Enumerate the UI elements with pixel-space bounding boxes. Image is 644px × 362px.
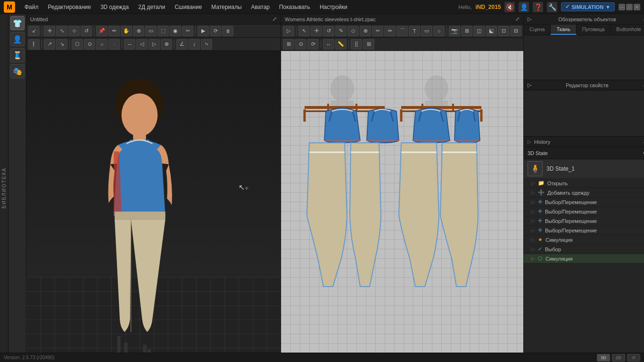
menu-settings[interactable]: Настройки bbox=[316, 3, 351, 11]
view3d-viewport[interactable]: ↖✛ bbox=[26, 51, 281, 362]
sidebar-skin-icon[interactable]: 🎭 bbox=[10, 64, 25, 78]
tb-pin[interactable]: 📌 bbox=[96, 26, 107, 36]
tb2d-extra3[interactable]: ⬕ bbox=[486, 26, 497, 36]
view-2d-btn[interactable]: 2D bbox=[612, 354, 625, 362]
tb2d-ruler[interactable]: 📏 bbox=[335, 39, 347, 49]
tool-icon[interactable]: 🔧 bbox=[547, 2, 557, 12]
tb-shape1[interactable]: ▭ bbox=[145, 26, 157, 36]
sound-icon[interactable]: 🔇 bbox=[504, 2, 515, 12]
tab-scene[interactable]: Сцена bbox=[524, 25, 551, 35]
tb2d-rect[interactable]: ▭ bbox=[421, 26, 432, 36]
history-item-0[interactable]: ▷ 📁 Открыть bbox=[524, 179, 644, 188]
history-item-6[interactable]: ▷ ★ Симуляция bbox=[524, 235, 644, 245]
tb-cut[interactable]: ✂ bbox=[182, 26, 193, 36]
tb2d-knife[interactable]: ✂ bbox=[372, 26, 383, 36]
tb-add[interactable]: ⊕ bbox=[133, 26, 144, 36]
tb2d-grid[interactable]: ⊞ bbox=[283, 39, 294, 49]
history-item-1[interactable]: ▷ ➕ Добавить одежду bbox=[524, 188, 644, 197]
tb2d-measure[interactable]: ↔ bbox=[323, 39, 334, 49]
tb2d-extra4[interactable]: ⊡ bbox=[498, 26, 509, 36]
tb-move2[interactable]: ↕ bbox=[189, 39, 200, 49]
tb2d-circle[interactable]: ○ bbox=[433, 26, 445, 36]
tb2d-edit[interactable]: ✎ bbox=[335, 26, 347, 36]
tb-sim1[interactable]: ▶ bbox=[198, 26, 209, 36]
tb2d-move[interactable]: ✛ bbox=[311, 26, 322, 36]
tb2d-stack[interactable]: ⊞ bbox=[363, 39, 374, 49]
tb-extra[interactable]: ⤷ bbox=[201, 39, 212, 49]
sidebar-clothing-icon[interactable]: 👕 bbox=[10, 16, 25, 30]
menu-file[interactable]: Файл bbox=[21, 3, 42, 11]
tb2d-add[interactable]: ⊕ bbox=[360, 26, 371, 36]
history-item-2[interactable]: ▷ ✛ Выбор/Перемещение bbox=[524, 197, 644, 207]
tb2d-tri[interactable]: ▷ bbox=[283, 26, 294, 36]
tb2d-text[interactable]: T bbox=[409, 26, 420, 36]
state-item-1[interactable]: 🧍 3D State_1 bbox=[524, 159, 644, 179]
tab-button[interactable]: Пуговица bbox=[577, 25, 611, 35]
close-button[interactable]: ✕ bbox=[634, 4, 640, 10]
tb-walk[interactable]: 🚶 bbox=[28, 39, 40, 49]
history-title: History bbox=[534, 139, 550, 145]
menu-2d-details[interactable]: 2Д детали bbox=[134, 3, 169, 11]
tb-arrow-left[interactable]: ◁ bbox=[136, 39, 148, 49]
menu-materials[interactable]: Материалы bbox=[207, 3, 245, 11]
tb-select-down[interactable]: ↙ bbox=[28, 26, 40, 36]
tb-target[interactable]: ⊕ bbox=[161, 39, 172, 49]
tb2d-extra1[interactable]: ⊞ bbox=[461, 26, 472, 36]
view2d-expand-icon[interactable]: ⤢ bbox=[515, 16, 520, 22]
tb-arrow-right[interactable]: ▷ bbox=[149, 39, 160, 49]
tb-dot[interactable]: · bbox=[108, 39, 120, 49]
tb2d-sync[interactable]: ⟳ bbox=[307, 39, 319, 49]
tab-fabric[interactable]: Ткань bbox=[551, 25, 576, 35]
history-item-7[interactable]: ▷ ✓ Выбор bbox=[524, 245, 644, 254]
tb2d-sel[interactable]: ↖ bbox=[298, 26, 310, 36]
pattern-viewport[interactable] bbox=[281, 51, 523, 362]
tb-hand[interactable]: ✋ bbox=[121, 26, 132, 36]
tb-rotate[interactable]: ↺ bbox=[81, 26, 92, 36]
tb2d-arrange[interactable]: ⣿ bbox=[351, 39, 362, 49]
view-3d-btn[interactable]: 3D bbox=[597, 354, 610, 362]
tb-brush[interactable]: ✏ bbox=[108, 26, 120, 36]
tb-lasso[interactable]: ◉ bbox=[170, 26, 181, 36]
tb2d-pen[interactable]: ✏ bbox=[384, 26, 396, 36]
sidebar-fabric-icon[interactable]: 🧵 bbox=[10, 48, 25, 62]
tb-sim2[interactable]: ⟳ bbox=[210, 26, 221, 36]
view3d-expand-icon[interactable]: ⤢ bbox=[272, 16, 277, 22]
tb-scale[interactable]: ⊹ bbox=[68, 26, 80, 36]
tab-buttonhole[interactable]: Buttonhole bbox=[611, 25, 644, 35]
tb-angle[interactable]: ∠ bbox=[176, 39, 188, 49]
tb-circle[interactable]: ○ bbox=[96, 39, 107, 49]
menu-3d-clothing[interactable]: 3D одежда bbox=[97, 3, 132, 11]
history-item-5[interactable]: ▷ ✛ Выбор/Перемещение bbox=[524, 226, 644, 235]
tb-pose1[interactable]: ⬡ bbox=[72, 39, 83, 49]
tb2d-bezier[interactable]: ⌒ bbox=[396, 26, 408, 36]
tb-select-rect[interactable]: ⬚ bbox=[157, 26, 169, 36]
history-item-3[interactable]: ▷ ✛ Выбор/Перемещение bbox=[524, 207, 644, 216]
tb2d-camera[interactable]: 📷 bbox=[449, 26, 460, 36]
tb2d-extra2[interactable]: ◫ bbox=[473, 26, 485, 36]
maximize-button[interactable]: □ bbox=[626, 4, 633, 10]
tb2d-zoom[interactable]: ⊙ bbox=[295, 39, 306, 49]
tb2d-rot[interactable]: ↺ bbox=[323, 26, 334, 36]
tb-select2[interactable]: ↗ bbox=[44, 39, 55, 49]
tb-move[interactable]: ✛ bbox=[44, 26, 55, 36]
history-item-4[interactable]: ▷ ✛ Выбор/Перемещение bbox=[524, 216, 644, 226]
profile-icon[interactable]: 👤 bbox=[519, 2, 529, 12]
history-item-8[interactable]: ▷ ⬡ Симуляция bbox=[524, 254, 644, 263]
minimize-button[interactable]: ─ bbox=[619, 4, 625, 10]
tb2d-node[interactable]: ◇ bbox=[347, 26, 359, 36]
help-icon[interactable]: ❓ bbox=[533, 2, 543, 12]
menu-avatar[interactable]: Аватар bbox=[248, 3, 273, 11]
tb-tool2[interactable]: ↘ bbox=[56, 39, 67, 49]
refresh-btn[interactable]: ↺ bbox=[627, 354, 640, 362]
menu-sewing[interactable]: Сшивание bbox=[171, 3, 206, 11]
menu-show[interactable]: Показывать bbox=[275, 3, 314, 11]
tb-pose2[interactable]: ⊙ bbox=[84, 39, 95, 49]
sidebar-avatar-icon[interactable]: 👤 bbox=[10, 32, 25, 46]
view2d-title: Womens Athletic sleeveless t-shirt.zpac bbox=[285, 16, 376, 22]
tb-transform[interactable]: ⤡ bbox=[56, 26, 67, 36]
tb2d-extra5[interactable]: ⊟ bbox=[510, 26, 521, 36]
menu-edit[interactable]: Редактирование bbox=[44, 3, 95, 11]
simulation-button[interactable]: ✓ SIMULATION ▼ bbox=[561, 2, 615, 11]
tb-line[interactable]: ─ bbox=[124, 39, 135, 49]
tb-sim3[interactable]: ⏸ bbox=[222, 26, 233, 36]
